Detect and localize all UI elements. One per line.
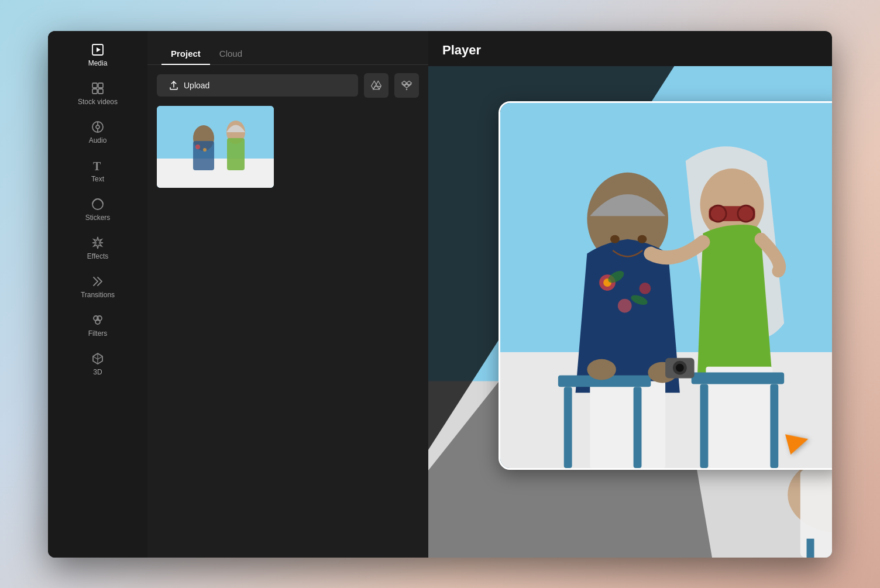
dropbox-button[interactable] [394, 73, 419, 98]
stickers-icon [91, 197, 105, 211]
sidebar-item-media[interactable]: Media [53, 37, 143, 73]
svg-rect-44 [590, 381, 665, 468]
sidebar-item-3d[interactable]: 3D [53, 346, 143, 382]
player-canvas [428, 66, 832, 558]
svg-rect-3 [98, 83, 103, 88]
svg-point-15 [406, 88, 408, 90]
filters-icon [91, 313, 105, 327]
media-grid [147, 106, 428, 188]
svg-rect-4 [92, 89, 97, 94]
svg-rect-32 [800, 469, 832, 558]
svg-rect-55 [692, 372, 784, 384]
svg-point-40 [618, 298, 632, 312]
svg-rect-17 [157, 159, 274, 188]
upload-icon [169, 80, 179, 91]
sidebar-item-effects-label: Effects [87, 252, 108, 260]
google-drive-button[interactable] [364, 73, 389, 98]
sidebar-item-filters-label: Filters [88, 329, 108, 338]
svg-point-62 [676, 363, 684, 372]
app-window: Media Stock videos [48, 31, 832, 558]
cube-icon [91, 352, 105, 366]
svg-rect-5 [98, 89, 103, 94]
svg-point-41 [640, 283, 651, 294]
upload-button[interactable]: Upload [157, 74, 358, 97]
sidebar-item-stock-videos-label: Stock videos [78, 98, 118, 106]
sidebar-item-effects[interactable]: Effects [53, 230, 143, 266]
sidebar-item-transitions-label: Transitions [81, 291, 115, 299]
sidebar-item-stickers-label: Stickers [85, 214, 111, 222]
svg-point-58 [610, 235, 620, 243]
svg-rect-33 [807, 538, 814, 557]
sidebar-item-audio[interactable]: Audio [53, 114, 143, 150]
svg-marker-1 [97, 47, 101, 52]
svg-point-20 [195, 145, 200, 149]
tab-cloud[interactable]: Cloud [210, 43, 252, 64]
sidebar-item-stock-videos[interactable]: Stock videos [53, 75, 143, 112]
svg-rect-46 [564, 387, 572, 468]
media-thumbnail-1[interactable] [157, 106, 274, 188]
audio-icon [91, 120, 105, 134]
tab-project-label: Project [171, 49, 201, 59]
svg-text:T: T [93, 160, 101, 173]
sidebar-item-text-label: Text [91, 175, 104, 183]
tab-cloud-label: Cloud [219, 49, 242, 59]
effects-icon [91, 236, 105, 250]
media-tabs: Project Cloud [147, 31, 428, 65]
sidebar-item-3d-label: 3D [93, 368, 102, 376]
tab-project[interactable]: Project [161, 43, 210, 64]
text-icon: T [91, 159, 105, 173]
media-icon [91, 43, 105, 57]
player-area: Player [428, 31, 832, 558]
player-title: Player [428, 31, 832, 66]
svg-point-59 [638, 235, 647, 243]
grid-icon [91, 81, 105, 95]
sidebar: Media Stock videos [48, 31, 147, 558]
svg-rect-56 [700, 384, 709, 468]
svg-point-7 [96, 125, 99, 129]
sidebar-item-audio-label: Audio [89, 136, 107, 145]
svg-point-48 [587, 359, 616, 380]
sidebar-item-text[interactable]: T Text [53, 153, 143, 189]
svg-point-21 [203, 148, 207, 152]
content-layout: Project Cloud Upload [147, 31, 832, 558]
sidebar-item-media-label: Media [88, 59, 108, 67]
media-panel: Project Cloud Upload [147, 31, 428, 558]
svg-rect-23 [227, 138, 245, 170]
transitions-icon [91, 274, 105, 288]
sidebar-item-filters[interactable]: Filters [53, 307, 143, 343]
sidebar-item-transitions[interactable]: Transitions [53, 269, 143, 305]
svg-rect-47 [634, 387, 642, 468]
sidebar-item-stickers[interactable]: Stickers [53, 191, 143, 228]
upload-button-label: Upload [184, 81, 209, 90]
player-background [428, 66, 832, 558]
svg-rect-2 [92, 83, 97, 88]
focused-media-card [499, 101, 832, 470]
svg-rect-51 [709, 206, 755, 221]
media-toolbar: Upload [147, 65, 428, 106]
svg-rect-57 [770, 384, 778, 468]
